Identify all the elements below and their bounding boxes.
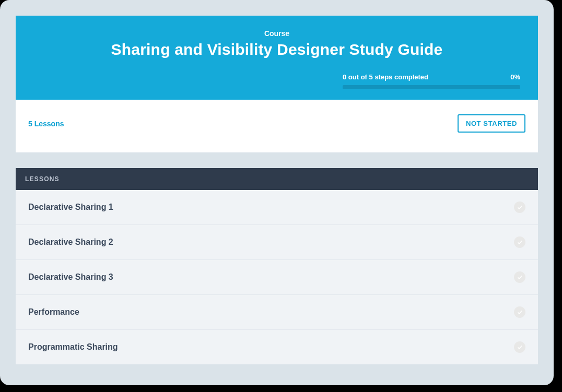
status-row: 5 Lessons NOT STARTED	[16, 100, 538, 152]
progress-steps-text: 0 out of 5 steps completed	[343, 73, 428, 81]
lesson-title: Declarative Sharing 1	[28, 203, 113, 212]
check-circle-icon	[514, 271, 525, 283]
course-header: Course Sharing and Visibility Designer S…	[16, 16, 538, 100]
page-card: Course Sharing and Visibility Designer S…	[0, 0, 554, 385]
lessons-block: LESSONS Declarative Sharing 1Declarative…	[16, 168, 538, 364]
lessons-count: 5 Lessons	[28, 120, 64, 128]
lessons-header: LESSONS	[16, 168, 538, 190]
course-kicker: Course	[31, 29, 522, 38]
lesson-row[interactable]: Declarative Sharing 3	[16, 259, 538, 294]
progress-percent-text: 0%	[510, 73, 520, 81]
lesson-row[interactable]: Declarative Sharing 2	[16, 224, 538, 259]
course-card: Course Sharing and Visibility Designer S…	[16, 16, 538, 364]
check-circle-icon	[514, 306, 525, 318]
lesson-title: Declarative Sharing 3	[28, 272, 113, 282]
check-circle-icon	[514, 201, 525, 213]
lesson-row[interactable]: Declarative Sharing 1	[16, 190, 538, 224]
lesson-title: Programmatic Sharing	[28, 342, 118, 352]
lesson-title: Performance	[28, 307, 79, 317]
progress-bar	[343, 85, 520, 89]
progress-section: 0 out of 5 steps completed 0%	[343, 73, 520, 89]
lesson-title: Declarative Sharing 2	[28, 237, 113, 247]
lessons-list: Declarative Sharing 1Declarative Sharing…	[16, 190, 538, 364]
check-circle-icon	[514, 341, 525, 353]
lesson-row[interactable]: Performance	[16, 294, 538, 329]
progress-labels: 0 out of 5 steps completed 0%	[343, 73, 520, 81]
check-circle-icon	[514, 236, 525, 248]
status-badge: NOT STARTED	[458, 114, 525, 133]
course-title: Sharing and Visibility Designer Study Gu…	[31, 41, 522, 58]
lesson-row[interactable]: Programmatic Sharing	[16, 329, 538, 364]
